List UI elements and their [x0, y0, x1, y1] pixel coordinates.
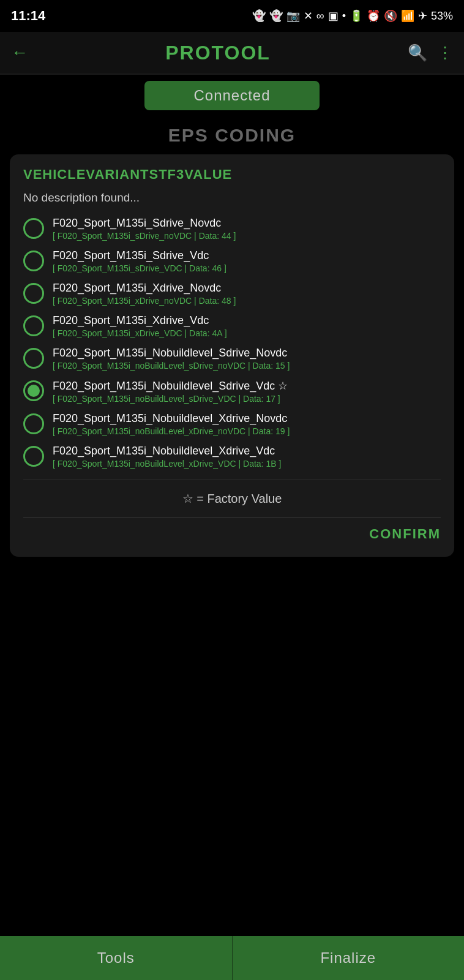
app-title: PROTOOL — [165, 42, 271, 64]
airplane-icon: ✈ — [418, 9, 427, 23]
option-label-8: F020_Sport_M135i_Nobuildlevel_Xdrive_Vdc — [53, 445, 281, 458]
option-sub-3: [ F020_Sport_M135i_xDrive_noVDC | Data: … — [53, 296, 236, 306]
option-text-1: F020_Sport_M135i_Sdrive_Novdc[ F020_Spor… — [53, 217, 236, 241]
option-text-5: F020_Sport_M135i_Nobuildlevel_Sdrive_Nov… — [53, 347, 290, 371]
confirm-row: CONFIRM — [23, 526, 441, 545]
option-item-5[interactable]: F020_Sport_M135i_Nobuildlevel_Sdrive_Nov… — [23, 347, 441, 371]
tools-tab[interactable]: Tools — [0, 936, 233, 980]
option-label-3: F020_Sport_M135i_Xdrive_Novdc — [53, 282, 236, 295]
snapchat-icon: 👻 — [252, 9, 266, 23]
search-button[interactable]: 🔍 — [408, 43, 427, 62]
option-item-8[interactable]: F020_Sport_M135i_Nobuildlevel_Xdrive_Vdc… — [23, 445, 441, 469]
menu-button[interactable]: ⋮ — [437, 43, 453, 62]
status-icons: 👻 👻 📷 ✕ ∞ ▣ • 🔋 ⏰ 🔇 📶 ✈ 53% — [252, 9, 453, 23]
option-text-6: F020_Sport_M135i_Nobuildlevel_Sdrive_Vdc… — [53, 379, 288, 404]
dot-icon: • — [342, 10, 346, 23]
connected-bar: Connected — [0, 75, 464, 116]
radio-circle-8 — [23, 446, 44, 467]
instagram-icon: 📷 — [286, 9, 300, 23]
radio-circle-7 — [23, 413, 44, 434]
option-label-5: F020_Sport_M135i_Nobuildlevel_Sdrive_Nov… — [53, 347, 290, 360]
mute-icon: 🔇 — [384, 9, 397, 23]
option-item-4[interactable]: F020_Sport_M135i_Xdrive_Vdc[ F020_Sport_… — [23, 314, 441, 338]
radio-circle-5 — [23, 348, 44, 369]
option-list: F020_Sport_M135i_Sdrive_Novdc[ F020_Spor… — [23, 217, 441, 469]
factory-note: ☆ = Factory Value — [23, 480, 441, 514]
option-sub-4: [ F020_Sport_M135i_xDrive_VDC | Data: 4A… — [53, 328, 227, 338]
option-sub-2: [ F020_Sport_M135i_sDrive_VDC | Data: 46… — [53, 263, 226, 273]
option-sub-5: [ F020_Sport_M135i_noBuildLevel_sDrive_n… — [53, 361, 290, 371]
back-button[interactable]: ← — [11, 43, 28, 62]
option-text-4: F020_Sport_M135i_Xdrive_Vdc[ F020_Sport_… — [53, 314, 227, 338]
option-label-1: F020_Sport_M135i_Sdrive_Novdc — [53, 217, 236, 230]
card-divider — [23, 517, 441, 518]
option-item-3[interactable]: F020_Sport_M135i_Xdrive_Novdc[ F020_Spor… — [23, 282, 441, 306]
finalize-tab[interactable]: Finalize — [233, 936, 465, 980]
extra2-icon: ▣ — [328, 9, 339, 23]
confirm-button[interactable]: CONFIRM — [369, 526, 441, 542]
option-item-1[interactable]: F020_Sport_M135i_Sdrive_Novdc[ F020_Spor… — [23, 217, 441, 241]
connected-badge: Connected — [144, 81, 319, 110]
radio-circle-1 — [23, 218, 44, 239]
radio-circle-2 — [23, 251, 44, 271]
option-sub-1: [ F020_Sport_M135i_sDrive_noVDC | Data: … — [53, 231, 236, 241]
option-label-2: F020_Sport_M135i_Sdrive_Vdc — [53, 249, 226, 262]
signal-icon: 📶 — [401, 9, 414, 23]
snapchat2-icon: 👻 — [269, 9, 283, 23]
card-header: VEHICLEVARIANTSTF3VALUE — [23, 167, 441, 183]
twitter-icon: ✕ — [304, 9, 313, 23]
option-label-4: F020_Sport_M135i_Xdrive_Vdc — [53, 314, 227, 327]
option-sub-8: [ F020_Sport_M135i_noBuildLevel_xDrive_V… — [53, 459, 281, 469]
status-time: 11:14 — [11, 8, 45, 24]
option-label-6: F020_Sport_M135i_Nobuildlevel_Sdrive_Vdc… — [53, 379, 288, 393]
option-item-7[interactable]: F020_Sport_M135i_Nobuildlevel_Xdrive_Nov… — [23, 412, 441, 436]
option-item-6[interactable]: F020_Sport_M135i_Nobuildlevel_Sdrive_Vdc… — [23, 379, 441, 404]
bottom-tabs: Tools Finalize — [0, 936, 464, 980]
coding-card: VEHICLEVARIANTSTF3VALUE No description f… — [10, 154, 454, 557]
radio-circle-4 — [23, 315, 44, 336]
no-description: No description found... — [23, 191, 441, 205]
nav-icons: 🔍 ⋮ — [408, 43, 453, 62]
option-sub-7: [ F020_Sport_M135i_noBuildLevel_xDrive_n… — [53, 426, 290, 436]
option-text-2: F020_Sport_M135i_Sdrive_Vdc[ F020_Sport_… — [53, 249, 226, 273]
option-sub-6: [ F020_Sport_M135i_noBuildLevel_sDrive_V… — [53, 394, 288, 404]
top-nav: ← PROTOOL 🔍 ⋮ — [0, 32, 464, 75]
radio-circle-6 — [23, 380, 44, 401]
option-text-8: F020_Sport_M135i_Nobuildlevel_Xdrive_Vdc… — [53, 445, 281, 469]
status-bar: 11:14 👻 👻 📷 ✕ ∞ ▣ • 🔋 ⏰ 🔇 📶 ✈ 53% — [0, 0, 464, 32]
radio-circle-3 — [23, 283, 44, 304]
option-text-7: F020_Sport_M135i_Nobuildlevel_Xdrive_Nov… — [53, 412, 290, 436]
section-title: EPS CODING — [0, 116, 464, 152]
option-label-7: F020_Sport_M135i_Nobuildlevel_Xdrive_Nov… — [53, 412, 290, 425]
alarm-icon: ⏰ — [367, 9, 380, 23]
option-text-3: F020_Sport_M135i_Xdrive_Novdc[ F020_Spor… — [53, 282, 236, 306]
battery-icon: 🔋 — [350, 9, 363, 23]
battery-percent: 53% — [431, 10, 453, 23]
extra-icon: ∞ — [316, 10, 324, 23]
option-item-2[interactable]: F020_Sport_M135i_Sdrive_Vdc[ F020_Sport_… — [23, 249, 441, 273]
